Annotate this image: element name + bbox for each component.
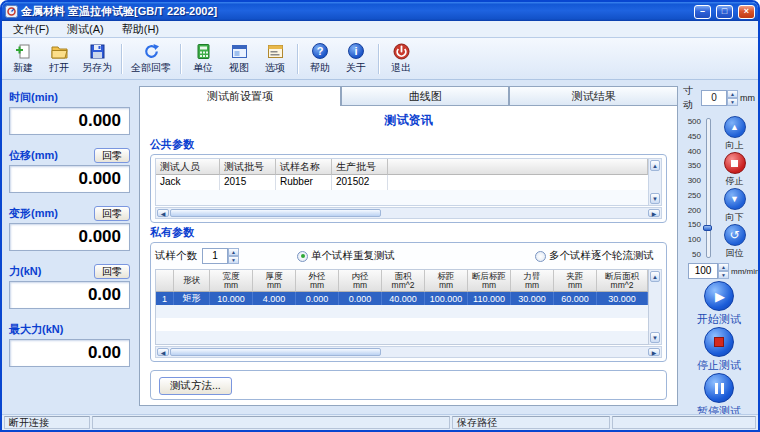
- cell-shape[interactable]: 矩形: [174, 292, 210, 305]
- table-row[interactable]: [156, 318, 648, 331]
- column-header[interactable]: 测试人员: [156, 159, 220, 175]
- stop-test-button[interactable]: 停止测试: [697, 327, 741, 373]
- horizontal-scrollbar[interactable]: ◀ ▶: [155, 346, 662, 358]
- scroll-down-icon[interactable]: ▼: [650, 193, 660, 204]
- jog-home-button[interactable]: ↺ 回位: [724, 224, 746, 260]
- zero-all-button[interactable]: 全部回零: [127, 40, 175, 78]
- cell-area[interactable]: 40.000: [382, 292, 425, 305]
- column-header[interactable]: 标距mm: [425, 270, 468, 292]
- options-button[interactable]: 选项: [258, 40, 292, 78]
- column-header[interactable]: 宽度mm: [210, 270, 253, 292]
- tab-test-results[interactable]: 测试结果: [509, 86, 678, 105]
- tab-pretest-settings[interactable]: 测试前设置项: [139, 86, 341, 106]
- stepper-up-icon[interactable]: ▲: [228, 248, 239, 256]
- stepper-down-icon[interactable]: ▼: [718, 271, 729, 279]
- table-row-selected[interactable]: 1 矩形 10.000 4.000 0.000 0.000 40.000 100…: [156, 292, 648, 305]
- column-header[interactable]: 面积mm^2: [382, 270, 425, 292]
- save-as-button[interactable]: 另存为: [78, 40, 116, 78]
- speed-value[interactable]: 100: [688, 263, 718, 279]
- displacement-zero-button[interactable]: 回零: [94, 148, 130, 163]
- cell-test-batch[interactable]: 2015: [220, 175, 276, 190]
- stepper-up-icon[interactable]: ▲: [718, 263, 729, 271]
- radio-multi-sample[interactable]: 多个试样逐个轮流测试: [535, 249, 654, 263]
- speed-stepper[interactable]: 100 ▲ ▼: [688, 263, 729, 279]
- column-header[interactable]: 内径mm: [339, 270, 382, 292]
- jog-stepper[interactable]: 0 ▲ ▼: [701, 90, 738, 106]
- cell-inner-diameter[interactable]: 0.000: [339, 292, 382, 305]
- tab-curve-chart[interactable]: 曲线图: [341, 86, 510, 105]
- scroll-left-icon[interactable]: ◀: [157, 348, 169, 356]
- cell-lever-arm[interactable]: 30.000: [511, 292, 554, 305]
- table-row[interactable]: [156, 305, 648, 318]
- cell-thickness[interactable]: 4.000: [253, 292, 296, 305]
- column-header[interactable]: 断后面积mm^2: [597, 270, 648, 292]
- start-test-button[interactable]: ▶ 开始测试: [697, 281, 741, 327]
- scroll-up-icon[interactable]: ▲: [650, 160, 660, 171]
- slider-thumb[interactable]: [703, 225, 712, 231]
- column-header[interactable]: 断后标距mm: [468, 270, 511, 292]
- jog-down-button[interactable]: ▼ 向下: [724, 188, 746, 224]
- connection-status: 断开连接: [4, 416, 90, 429]
- view-button[interactable]: 视图: [222, 40, 256, 78]
- scroll-right-icon[interactable]: ▶: [648, 209, 660, 217]
- column-header[interactable]: 生产批号: [332, 159, 388, 175]
- vertical-scrollbar[interactable]: ▲ ▼: [649, 269, 662, 345]
- menu-help[interactable]: 帮助(H): [113, 21, 168, 38]
- cell-production-batch[interactable]: 201502: [332, 175, 388, 190]
- cell-grip-distance[interactable]: 60.000: [554, 292, 597, 305]
- cell-area-after-break[interactable]: 30.000: [597, 292, 648, 305]
- exit-button[interactable]: 退出: [384, 40, 418, 78]
- scroll-thumb[interactable]: [170, 209, 381, 217]
- scroll-thumb[interactable]: [170, 348, 381, 356]
- open-button[interactable]: 打开: [42, 40, 76, 78]
- menu-file[interactable]: 文件(F): [4, 21, 58, 38]
- help-button[interactable]: ? 帮助: [303, 40, 337, 78]
- stepper-down-icon[interactable]: ▼: [727, 98, 738, 106]
- table-row[interactable]: [156, 331, 648, 344]
- jog-up-button[interactable]: ▲ 向上: [724, 116, 746, 152]
- column-header[interactable]: 厚度mm: [253, 270, 296, 292]
- column-header[interactable]: 试样名称: [276, 159, 332, 175]
- column-header[interactable]: 测试批号: [220, 159, 276, 175]
- jog-value[interactable]: 0: [701, 90, 727, 106]
- stepper-down-icon[interactable]: ▼: [228, 256, 239, 264]
- cell-width[interactable]: 10.000: [210, 292, 253, 305]
- menu-test[interactable]: 测试(A): [58, 21, 113, 38]
- speed-slider[interactable]: [703, 116, 712, 260]
- cell-tester[interactable]: Jack: [156, 175, 220, 190]
- units-button[interactable]: 单位: [186, 40, 220, 78]
- stepper-up-icon[interactable]: ▲: [727, 90, 738, 98]
- up-arrow-icon: ▲: [724, 116, 746, 138]
- test-method-button[interactable]: 测试方法...: [159, 377, 232, 395]
- minimize-button[interactable]: –: [694, 5, 711, 19]
- close-button[interactable]: ×: [738, 5, 755, 19]
- cell-sample-name[interactable]: Rubber: [276, 175, 332, 190]
- new-button[interactable]: 新建: [6, 40, 40, 78]
- vertical-scrollbar[interactable]: ▲ ▼: [649, 158, 662, 206]
- horizontal-scrollbar[interactable]: ◀ ▶: [155, 207, 662, 219]
- jog-stop-button[interactable]: 停止: [724, 152, 746, 188]
- column-header[interactable]: 外径mm: [296, 270, 339, 292]
- cell-gauge-length[interactable]: 100.000: [425, 292, 468, 305]
- about-button[interactable]: i 关于: [339, 40, 373, 78]
- deformation-zero-button[interactable]: 回零: [94, 206, 130, 221]
- force-zero-button[interactable]: 回零: [94, 264, 130, 279]
- column-header[interactable]: 夹距mm: [554, 270, 597, 292]
- table-row[interactable]: Jack 2015 Rubber 201502: [156, 175, 648, 190]
- scroll-down-icon[interactable]: ▼: [650, 332, 660, 343]
- scroll-left-icon[interactable]: ◀: [157, 209, 169, 217]
- column-header[interactable]: 形状: [174, 270, 210, 292]
- maximize-button[interactable]: □: [716, 5, 733, 19]
- scroll-up-icon[interactable]: ▲: [650, 271, 660, 282]
- scroll-track[interactable]: [650, 171, 660, 193]
- pause-test-button[interactable]: 暂停测试: [697, 373, 741, 419]
- cell-outer-diameter[interactable]: 0.000: [296, 292, 339, 305]
- table-row[interactable]: [156, 190, 648, 205]
- radio-single-sample[interactable]: 单个试样重复测试: [297, 249, 395, 263]
- column-header[interactable]: 力臂mm: [511, 270, 554, 292]
- sample-count-value[interactable]: 1: [202, 248, 228, 264]
- sample-count-stepper[interactable]: 1 ▲ ▼: [202, 248, 239, 264]
- scroll-track[interactable]: [650, 282, 660, 332]
- cell-gauge-after-break[interactable]: 110.000: [468, 292, 511, 305]
- scroll-right-icon[interactable]: ▶: [648, 348, 660, 356]
